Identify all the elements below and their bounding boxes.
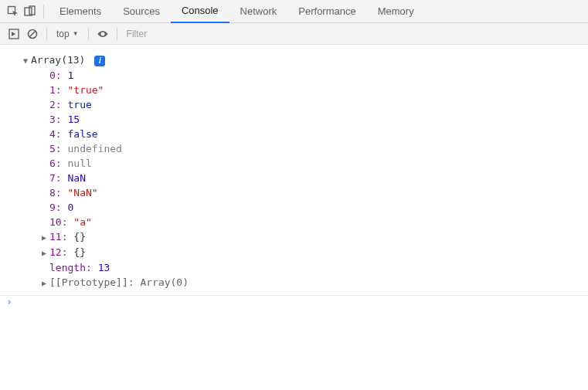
chevron-down-icon: ▼ xyxy=(73,30,79,37)
item-value: 1 xyxy=(67,70,73,81)
length-value: 13 xyxy=(98,262,110,273)
item-value: {} xyxy=(73,231,86,242)
console-toolbar: top ▼ xyxy=(0,23,588,45)
expand-toggle[interactable] xyxy=(23,53,31,68)
item-key: 6 xyxy=(49,158,56,169)
live-expression-icon[interactable] xyxy=(93,25,112,43)
item-value: NaN xyxy=(67,172,85,184)
separator xyxy=(46,28,47,40)
devtools-tabbar: Elements Sources Console Network Perform… xyxy=(0,0,588,23)
svg-line-5 xyxy=(29,31,36,37)
item-value: false xyxy=(67,128,97,140)
array-item-12[interactable]: 12: {} xyxy=(42,245,588,260)
clear-console-icon[interactable] xyxy=(23,25,42,43)
array-item: 1: "true" xyxy=(42,83,588,97)
separator xyxy=(43,5,44,19)
array-prototype[interactable]: [[Prototype]]: Array(0) xyxy=(42,275,588,290)
array-item: 4: false xyxy=(42,127,588,141)
array-item: 8: "NaN" xyxy=(42,185,588,200)
item-key: 5 xyxy=(49,143,56,154)
item-value: 15 xyxy=(67,114,80,125)
inspect-icon[interactable] xyxy=(5,3,22,20)
tab-console[interactable]: Console xyxy=(171,0,229,23)
expand-toggle[interactable] xyxy=(42,246,49,260)
item-key: 8 xyxy=(49,187,56,198)
array-item: 0: 1 xyxy=(42,68,588,83)
array-item: 10: "a" xyxy=(42,215,588,229)
array-item: 3: 15 xyxy=(42,112,588,127)
item-value: null xyxy=(67,158,91,169)
item-key: 9 xyxy=(49,202,56,213)
tab-sources[interactable]: Sources xyxy=(112,0,171,23)
context-selector[interactable]: top ▼ xyxy=(52,29,83,39)
item-value: "true" xyxy=(67,84,104,96)
tab-network[interactable]: Network xyxy=(229,0,288,23)
item-key: 3 xyxy=(49,114,56,125)
tab-elements[interactable]: Elements xyxy=(49,0,112,23)
proto-key: [[Prototype]] xyxy=(49,276,128,288)
item-key: 1 xyxy=(49,84,56,96)
proto-value: Array(0) xyxy=(140,276,189,288)
item-key: 0 xyxy=(49,70,56,81)
toggle-sidebar-icon[interactable] xyxy=(5,25,23,43)
item-key: 7 xyxy=(49,172,56,184)
item-value: "NaN" xyxy=(67,187,97,198)
console-prompt[interactable]: › xyxy=(0,296,588,307)
tab-performance[interactable]: Performance xyxy=(287,0,366,23)
array-header: Array(13) xyxy=(31,54,85,66)
info-icon[interactable]: i xyxy=(94,56,105,66)
item-key: 11 xyxy=(49,231,62,242)
item-value: "a" xyxy=(73,216,91,228)
item-key: 12 xyxy=(49,246,62,258)
item-value: undefined xyxy=(67,143,121,154)
array-item: 2: true xyxy=(42,97,588,112)
expand-toggle[interactable] xyxy=(42,276,49,290)
array-item: 6: null xyxy=(42,156,588,171)
tab-memory[interactable]: Memory xyxy=(367,0,425,23)
array-item: 5: undefined xyxy=(42,141,588,156)
separator xyxy=(88,28,89,40)
context-label: top xyxy=(56,29,70,39)
item-value: true xyxy=(67,99,91,110)
device-toggle-icon[interactable] xyxy=(22,3,39,20)
array-header-line[interactable]: Array(13) i xyxy=(23,53,588,68)
array-item: 7: NaN xyxy=(42,171,588,185)
array-item: 9: 0 xyxy=(42,200,588,215)
separator xyxy=(117,28,117,40)
console-output: Array(13) i 0: 11: "true"2: true3: 154: … xyxy=(0,45,588,290)
filter-input[interactable] xyxy=(122,25,588,43)
item-key: 10 xyxy=(49,216,62,228)
item-key: 4 xyxy=(49,128,56,140)
item-value: {} xyxy=(73,246,86,258)
item-key: 2 xyxy=(49,99,56,110)
expand-toggle[interactable] xyxy=(42,230,49,245)
length-key: length xyxy=(49,262,86,273)
array-item-11[interactable]: 11: {} xyxy=(42,229,588,245)
array-length: length: 13 xyxy=(42,260,588,275)
item-value: 0 xyxy=(67,202,73,213)
